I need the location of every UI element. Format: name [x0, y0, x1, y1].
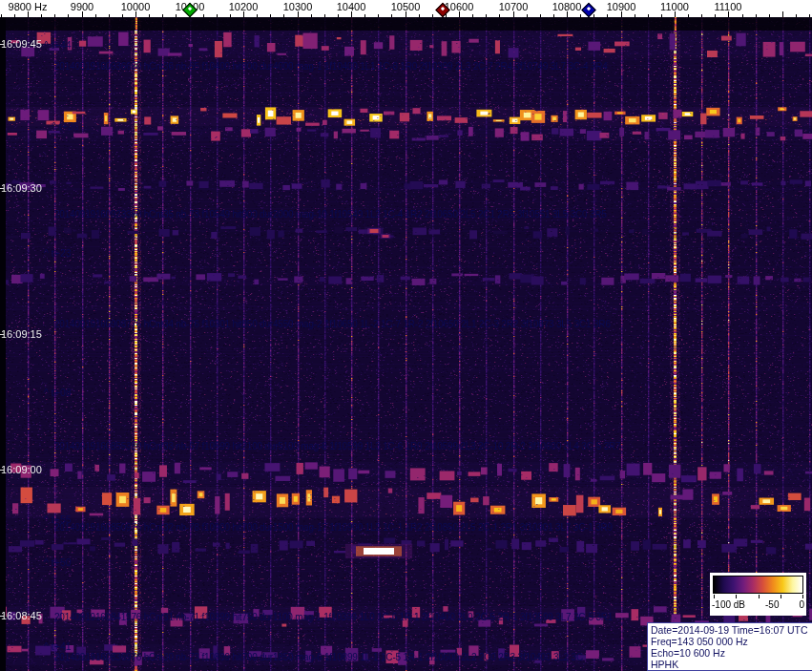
freq-tick-label: 11100 — [715, 1, 742, 12]
legend-tick — [781, 595, 781, 598]
freq-tick — [14, 14, 15, 17]
legend-tick — [714, 595, 715, 598]
freq-tick — [782, 11, 783, 17]
legend-label-min: -100 dB — [712, 599, 745, 610]
freq-tick — [432, 14, 433, 17]
freq-tick — [41, 14, 42, 17]
freq-tick — [270, 14, 271, 17]
marker-center-icon — [586, 7, 590, 10]
color-scale-ticks — [714, 595, 804, 598]
freq-tick-label: 10900 — [607, 1, 636, 12]
freq-tick — [338, 14, 339, 17]
freq-tick-label: 11000 — [660, 1, 689, 12]
freq-tick — [217, 14, 218, 17]
freq-tick — [635, 14, 635, 17]
marker-center-icon — [187, 7, 191, 10]
freq-tick — [324, 14, 325, 17]
freq-tick — [283, 14, 284, 17]
freq-tick — [769, 14, 770, 17]
freq-tick-label: 10700 — [499, 1, 529, 12]
freq-tick — [756, 14, 757, 17]
freq-tick-label: 10500 — [391, 1, 421, 12]
legend-tick — [759, 595, 760, 598]
freq-tick — [742, 14, 743, 17]
freq-tick — [661, 14, 662, 17]
freq-tick-label: 9800 Hz — [9, 1, 48, 12]
freq-tick-label: 10300 — [283, 1, 313, 12]
freq-tick — [486, 14, 487, 17]
freq-tick — [176, 14, 177, 17]
color-scale-gradient — [713, 576, 803, 594]
marker-center-icon — [441, 7, 445, 10]
freq-tick — [648, 14, 649, 17]
freq-tick — [472, 14, 473, 17]
freq-tick — [149, 14, 150, 17]
freq-tick — [607, 14, 608, 17]
status-info-box: Date=2014-09-19 Time=16:07 UTC Freq=143 … — [647, 622, 812, 671]
freq-tick-label: 10200 — [229, 1, 259, 12]
freq-tick-label: 10400 — [337, 1, 366, 12]
freq-tick — [446, 14, 447, 17]
legend-label-mid: -50 — [765, 599, 779, 610]
freq-tick-label: 10800 — [552, 1, 582, 12]
freq-tick — [1, 14, 2, 17]
freq-tick — [688, 14, 689, 17]
freq-tick — [95, 14, 96, 17]
freq-tick — [580, 14, 581, 17]
freq-tick — [796, 14, 797, 17]
freq-tick — [364, 14, 365, 17]
color-scale-legend: -100 dB -50 0 — [710, 573, 806, 616]
spectrogram-canvas[interactable] — [0, 17, 812, 671]
freq-tick — [715, 14, 716, 17]
legend-tick — [802, 595, 803, 598]
freq-tick — [527, 14, 528, 17]
info-date-time: Date=2014-09-19 Time=16:07 UTC — [651, 624, 812, 636]
freq-tick — [391, 14, 392, 17]
freq-tick-label: 10000 — [121, 1, 151, 12]
freq-tick — [378, 14, 379, 17]
legend-tick — [736, 595, 737, 598]
freq-tick — [553, 14, 554, 17]
freq-tick — [68, 14, 69, 17]
freq-tick-label: 9900 — [71, 1, 94, 12]
freq-tick — [122, 14, 123, 17]
freq-ruler: 9800 Hz990010000101001020010300104001050… — [0, 0, 812, 17]
freq-tick — [499, 14, 500, 17]
spectrogram-app: 9800 Hz990010000101001020010300104001050… — [0, 0, 812, 671]
freq-tick — [203, 14, 204, 17]
freq-tick — [54, 14, 55, 17]
info-frequency: Freq=143 050 000 Hz — [651, 636, 812, 647]
legend-label-max: 0 — [799, 599, 804, 610]
freq-tick — [701, 14, 702, 17]
color-scale-labels: -100 dB -50 0 — [712, 599, 804, 610]
freq-tick — [419, 14, 420, 17]
freq-tick — [593, 14, 594, 17]
info-echo-frequency: Echo=10 600 Hz — [651, 647, 812, 659]
freq-tick — [230, 14, 231, 17]
freq-tick — [809, 14, 810, 17]
freq-tick — [162, 14, 163, 17]
freq-tick — [311, 14, 312, 17]
freq-tick — [257, 14, 258, 17]
freq-tick — [109, 14, 110, 17]
freq-tick — [540, 14, 541, 17]
info-station-id: HPHK — [651, 659, 812, 670]
